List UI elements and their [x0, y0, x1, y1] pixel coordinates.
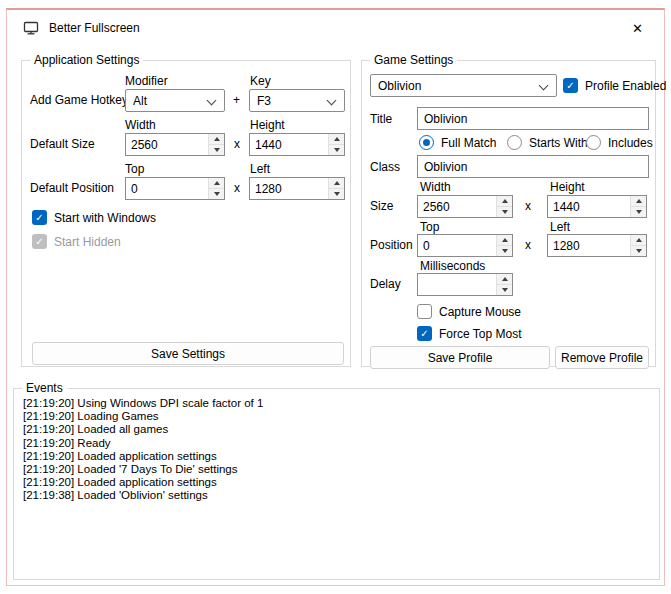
force-top-most-checkbox[interactable]: ✓ Force Top Most — [417, 326, 521, 341]
spin-down-button[interactable] — [497, 284, 512, 295]
start-with-windows-checkbox[interactable]: ✓ Start with Windows — [32, 210, 156, 225]
class-label: Class — [370, 160, 400, 175]
checkbox-unchecked-icon — [417, 304, 432, 319]
spin-up-button[interactable] — [631, 196, 646, 206]
default-left-input[interactable] — [250, 178, 328, 199]
spin-up-button[interactable] — [329, 178, 344, 188]
spin-up-button[interactable] — [209, 134, 224, 144]
position-left-spinner — [547, 234, 647, 257]
modifier-combo[interactable]: Alt — [125, 89, 225, 112]
delay-input[interactable] — [418, 274, 496, 295]
arrow-up-icon — [502, 238, 508, 242]
capture-mouse-checkbox[interactable]: Capture Mouse — [417, 304, 521, 319]
spin-down-button[interactable] — [497, 206, 512, 217]
top-header: Top — [125, 162, 144, 177]
spin-down-button[interactable] — [209, 144, 224, 155]
spin-buttons — [496, 235, 512, 256]
position-left-input[interactable] — [548, 235, 630, 256]
includes-radio[interactable]: Includes — [586, 135, 653, 150]
events-log: [21:19:20] Using Windows DPI scale facto… — [23, 397, 650, 573]
arrow-down-icon — [214, 192, 220, 196]
title-label: Title — [370, 112, 392, 127]
spin-buttons — [630, 235, 646, 256]
event-line: [21:19:20] Loaded application settings — [23, 450, 650, 463]
default-height-input[interactable] — [250, 134, 328, 155]
includes-label: Includes — [608, 136, 653, 150]
spin-up-button[interactable] — [329, 134, 344, 144]
profile-enabled-checkbox[interactable]: ✓ Profile Enabled — [563, 78, 666, 93]
spin-up-button[interactable] — [631, 235, 646, 245]
size-height-input[interactable] — [548, 196, 630, 217]
milliseconds-header: Milliseconds — [420, 259, 485, 274]
spin-up-button[interactable] — [497, 274, 512, 284]
width-header: Width — [420, 180, 451, 195]
save-profile-button[interactable]: Save Profile — [370, 346, 550, 369]
game-settings-group: Game Settings Oblivion ✓ Profile Enabled… — [361, 60, 656, 367]
spin-down-button[interactable] — [209, 188, 224, 199]
save-settings-button[interactable]: Save Settings — [32, 342, 344, 365]
close-icon[interactable]: ✕ — [627, 19, 648, 38]
arrow-down-icon — [502, 210, 508, 214]
modifier-header: Modifier — [125, 74, 168, 89]
spin-down-button[interactable] — [329, 144, 344, 155]
starts-with-label: Starts With — [529, 136, 588, 150]
spin-down-button[interactable] — [631, 206, 646, 217]
arrow-up-icon — [502, 277, 508, 281]
spin-buttons — [496, 196, 512, 217]
spin-up-button[interactable] — [497, 235, 512, 245]
start-with-windows-label: Start with Windows — [54, 211, 156, 225]
x-separator: x — [525, 238, 531, 253]
spin-down-button[interactable] — [329, 188, 344, 199]
event-line: [21:19:20] Loaded application settings — [23, 476, 650, 489]
arrow-up-icon — [502, 199, 508, 203]
size-width-input[interactable] — [418, 196, 496, 217]
starts-with-radio[interactable]: Starts With — [507, 135, 588, 150]
spin-up-button[interactable] — [497, 196, 512, 206]
full-match-radio[interactable]: Full Match — [419, 135, 496, 150]
profile-combo[interactable]: Oblivion — [370, 74, 557, 97]
arrow-up-icon — [214, 137, 220, 141]
force-top-most-label: Force Top Most — [439, 327, 521, 341]
top-header: Top — [420, 220, 439, 235]
arrow-down-icon — [502, 288, 508, 292]
spin-down-button[interactable] — [497, 245, 512, 256]
arrow-down-icon — [334, 148, 340, 152]
checkbox-checked-icon: ✓ — [32, 210, 47, 225]
title-input[interactable] — [417, 107, 649, 130]
radio-selected-icon — [419, 135, 434, 150]
class-input[interactable] — [417, 155, 649, 178]
spin-buttons — [208, 178, 224, 199]
add-game-hotkey-label: Add Game Hotkey — [30, 93, 128, 108]
profile-combo-value: Oblivion — [378, 79, 421, 93]
spin-up-button[interactable] — [209, 178, 224, 188]
monitor-icon — [23, 20, 39, 36]
arrow-down-icon — [636, 210, 642, 214]
arrow-up-icon — [636, 199, 642, 203]
x-separator: x — [234, 181, 240, 196]
spin-down-button[interactable] — [631, 245, 646, 256]
arrow-up-icon — [334, 137, 340, 141]
event-line: [21:19:20] Loading Games — [23, 410, 650, 423]
default-top-input[interactable] — [126, 178, 208, 199]
default-width-input[interactable] — [126, 134, 208, 155]
radio-unselected-icon — [586, 135, 601, 150]
position-top-input[interactable] — [418, 235, 496, 256]
key-combo-value: F3 — [257, 94, 271, 108]
title-bar: Better Fullscreen ✕ — [7, 10, 664, 46]
start-hidden-label: Start Hidden — [54, 235, 121, 249]
chevron-down-icon — [207, 96, 217, 106]
event-line: [21:19:20] Loaded '7 Days To Die' settin… — [23, 463, 650, 476]
event-line: [21:19:20] Ready — [23, 437, 650, 450]
default-height-spinner — [249, 133, 345, 156]
event-line: [21:19:38] Loaded 'Oblivion' settings — [23, 489, 650, 502]
delay-spinner — [417, 273, 513, 296]
checkbox-checked-icon: ✓ — [563, 78, 578, 93]
spin-buttons — [328, 178, 344, 199]
modifier-combo-value: Alt — [133, 94, 147, 108]
start-hidden-checkbox: ✓ Start Hidden — [32, 234, 121, 249]
key-combo[interactable]: F3 — [249, 89, 345, 112]
arrow-down-icon — [334, 192, 340, 196]
remove-profile-button[interactable]: Remove Profile — [555, 346, 649, 369]
arrow-down-icon — [502, 249, 508, 253]
key-header: Key — [250, 74, 271, 89]
